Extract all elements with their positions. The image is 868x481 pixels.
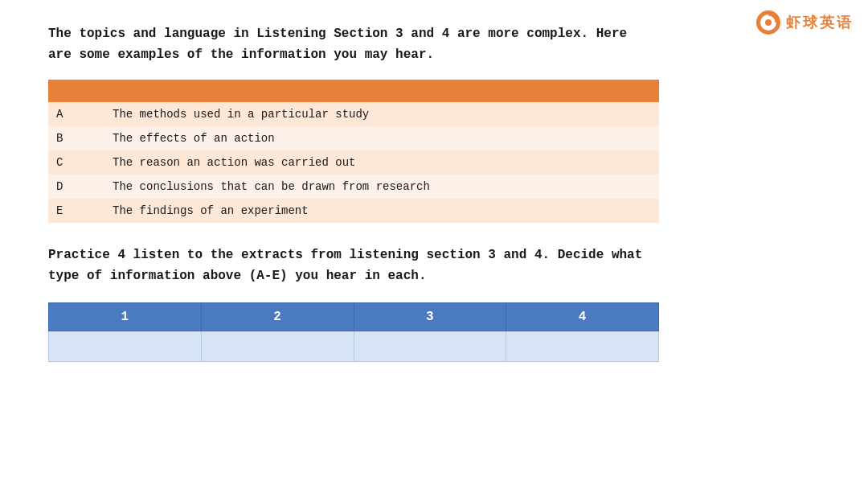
row-e-label: E	[48, 199, 104, 223]
answer-table: 1 2 3 4	[48, 302, 659, 362]
row-d-label: D	[48, 175, 104, 199]
practice-text: Practice 4 listen to the extracts from l…	[48, 245, 707, 286]
answer-col3-header: 3	[354, 303, 506, 331]
answer-cell-1[interactable]	[49, 331, 202, 362]
header-col1	[48, 80, 104, 102]
row-a-label: A	[48, 102, 104, 126]
row-c-content: The reason an action was carried out	[104, 150, 659, 175]
row-c-label: C	[48, 150, 104, 175]
logo-icon	[755, 10, 781, 35]
table-header-row	[48, 80, 659, 102]
answer-col4-header: 4	[506, 303, 659, 331]
table-row: B The effects of an action	[48, 126, 659, 150]
header-col2	[104, 80, 659, 102]
row-a-content: The methods used in a particular study	[104, 102, 659, 126]
svg-point-2	[765, 19, 772, 26]
answer-body-row	[49, 331, 659, 362]
answer-header-row: 1 2 3 4	[49, 303, 659, 331]
table-row: D The conclusions that can be drawn from…	[48, 175, 659, 199]
table-row: A The methods used in a particular study	[48, 102, 659, 126]
intro-text: The topics and language in Listening Sec…	[48, 24, 707, 65]
info-table-container: A The methods used in a particular study…	[48, 80, 659, 223]
answer-col2-header: 2	[201, 303, 354, 331]
main-container: 虾球英语 The topics and language in Listenin…	[0, 0, 868, 386]
logo-text: 虾球英语	[786, 13, 854, 32]
row-b-content: The effects of an action	[104, 126, 659, 150]
row-b-label: B	[48, 126, 104, 150]
answer-table-container: 1 2 3 4	[48, 302, 659, 362]
table-row: E The findings of an experiment	[48, 199, 659, 223]
answer-cell-3[interactable]	[354, 331, 506, 362]
answer-cell-2[interactable]	[201, 331, 354, 362]
answer-cell-4[interactable]	[506, 331, 659, 362]
logo-container: 虾球英语	[755, 10, 854, 35]
row-d-content: The conclusions that can be drawn from r…	[104, 175, 659, 199]
table-row: C The reason an action was carried out	[48, 150, 659, 175]
info-table: A The methods used in a particular study…	[48, 80, 659, 223]
row-e-content: The findings of an experiment	[104, 199, 659, 223]
answer-col1-header: 1	[49, 303, 202, 331]
